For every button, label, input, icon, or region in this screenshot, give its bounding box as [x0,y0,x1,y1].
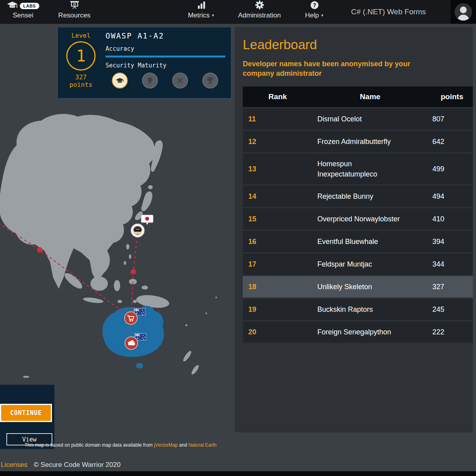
nav-label-administration: Administration [238,12,281,19]
copyright-text: © Secure Code Warrior 2020 [34,461,121,469]
name-cell: Eventful Bluewhale [313,231,428,252]
spy-avatar-marker[interactable] [131,224,144,237]
nav-item-administration[interactable]: Administration [232,1,286,19]
points-cell: 344 [428,260,473,269]
points-cell: 642 [428,138,473,146]
tools-icon [172,73,188,88]
name-cell: Buckskin Raptors [313,299,428,320]
leaderboard-panel: Leaderboard Developer names have been an… [235,27,473,432]
accuracy-progress-bar [106,56,225,58]
level-label: Level [71,32,90,39]
level-value-circle: 1 [66,41,96,71]
points-cell: 499 [428,165,473,173]
rank-cell: 20 [243,328,313,336]
nav-label-resources: Resources [58,12,90,19]
points-cell: 807 [428,115,473,123]
rank-cell: 18 [243,283,313,291]
continue-button[interactable]: CONTINUE [0,404,52,422]
nav-label-help: Help [305,12,319,19]
name-cell: Overpriced Norwaylobster [313,209,428,229]
name-cell: Dismal Ocelot [313,109,428,129]
attribution-and: and [179,442,187,448]
points-cell: 327 [428,283,473,291]
jvectormap-link[interactable]: jVectorMap [154,442,178,448]
rank-column-header: Rank [243,92,313,101]
natural-earth-link[interactable]: Natural Earth [188,442,217,448]
graduation-cap-icon [7,1,18,12]
trophy-icon [202,73,218,88]
leaderboard-row: 15 Overpriced Norwaylobster 410 [243,208,473,230]
rank-cell: 19 [243,305,313,314]
rank-cell: 13 [243,165,313,173]
level-value: 1 [76,47,86,65]
leaderboard-rows: 11 Dismal Ocelot 807 12 Frozen Admiralbu… [243,108,473,343]
rank-cell: 15 [243,215,313,223]
map-attribution: This map is based on public domain map d… [25,442,227,448]
svg-text:?: ? [313,2,316,8]
leaderboard-header-row: Rank Name points [243,86,473,107]
security-maturity-label: Security Maturity [106,62,225,69]
nav-item-resources[interactable]: Resources [56,1,93,19]
name-cell: Feldspar Muntjac [313,254,428,274]
accuracy-progress-fill [106,56,225,58]
points-cell: 410 [428,215,473,223]
route-dot-marker[interactable] [131,269,136,274]
chevron-down-icon: ▼ [321,13,324,17]
leaderboard-title: Leaderboard [243,37,473,52]
name-column-header: Name [313,92,428,101]
name-cell: Unlikely Skeleton [313,276,428,297]
labs-badge: LABS [20,3,40,9]
points-value: 327 [75,73,87,81]
leaderboard-table: Rank Name points 11 Dismal Ocelot 807 12… [243,86,473,343]
rank-cell: 14 [243,192,313,201]
nav-label-sensei: Sensei [13,12,33,19]
rank-cell: 12 [243,138,313,146]
points-cell: 245 [428,305,473,314]
level-card: Level 1 327 points OWASP A1-A2 Accuracy … [58,27,231,98]
name-cell: Rejectable Bunny [313,186,428,207]
user-avatar-icon [454,3,472,21]
points-label: points [69,81,92,88]
japan-flag-marker[interactable] [141,215,153,225]
cloud-marker[interactable] [125,337,138,349]
shopping-cart-marker[interactable] [125,312,137,324]
nav-label-metrics: Metrics [188,12,210,19]
leaderboard-row: 18 Unlikely Skeleton 327 [243,276,473,298]
question-circle-icon: ? [310,1,319,12]
leaderboard-row: 16 Eventful Bluewhale 394 [243,231,473,252]
anonymised-notice: Developer names have been anonymised by … [243,59,443,78]
nav-item-help[interactable]: ? Help ▼ [301,1,328,19]
leaderboard-row: 17 Feldspar Muntjac 344 [243,253,473,275]
gear-icon [255,0,264,12]
world-map[interactable]: CONTINUE View This map is based on publi… [0,24,231,452]
leaderboard-row: 14 Rejectable Bunny 494 [243,186,473,207]
page-footer: Licenses © Secure Code Warrior 2020 [0,459,476,471]
points-cell: 222 [428,328,473,336]
security-maturity-icons [106,73,225,88]
name-cell: Homespun Inexpectatumpleco [313,154,428,184]
chevron-down-icon: ▼ [211,13,215,17]
lightbulb-icon [142,73,158,88]
user-avatar[interactable] [451,0,476,24]
rank-cell: 11 [243,115,313,123]
leaderboard-row: 20 Foreign Senegalpython 222 [243,321,473,343]
bottom-strip [0,471,476,476]
rank-cell: 17 [243,260,313,269]
name-cell: Foreign Senegalpython [313,322,428,342]
leaderboard-row: 19 Buckskin Raptors 245 [243,299,473,320]
course-title: C# (.NET) Web Forms [351,0,426,24]
name-cell: Frozen Admiralbutterfly [313,131,428,152]
bar-chart-icon [197,1,206,11]
leaderboard-row: 11 Dismal Ocelot 807 [243,108,473,130]
leaderboard-row: 12 Frozen Admiralbutterfly 642 [243,131,473,152]
nav-item-metrics[interactable]: Metrics ▼ [182,1,220,19]
attribution-text: This map is based on public domain map d… [25,442,153,448]
projector-screen-icon [70,1,79,12]
mission-action-panel: CONTINUE View [0,385,54,449]
graduation-cap-icon [112,73,128,88]
points-cell: 394 [428,238,473,246]
module-title: OWASP A1-A2 [106,31,225,40]
licenses-link[interactable]: Licenses [1,461,27,469]
nav-item-sensei[interactable]: LABS Sensei [3,1,43,19]
route-dot-marker[interactable] [37,247,42,253]
